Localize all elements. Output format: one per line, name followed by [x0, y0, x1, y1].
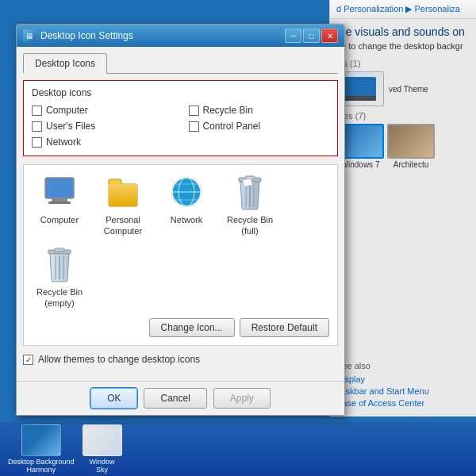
taskbar-label-window: WindowSky	[90, 458, 115, 474]
icon-item-recycle-empty[interactable]: Recycle Bin(empty)	[32, 245, 87, 309]
checkbox-network-input[interactable]	[32, 137, 42, 148]
dialog-title-left: 🖥 Desktop Icon Settings	[23, 29, 133, 42]
restore-default-button[interactable]: Restore Default	[240, 318, 329, 337]
personalization-panel: d Personalization ▶ Personaliza the visu…	[329, 0, 476, 389]
icon-action-buttons: Change Icon... Restore Default	[32, 313, 329, 337]
icon-item-personal[interactable]: PersonalComputer	[95, 173, 151, 237]
dialog-content: Desktop Icons Desktop icons Computer Rec…	[17, 47, 344, 381]
checkboxes-title: Desktop icons	[32, 87, 329, 98]
taskbar-item-desktop-bg[interactable]: Desktop BackgroundHarmony	[8, 424, 75, 474]
recycle-bin-full-icon	[231, 173, 269, 211]
checkbox-grid: Computer Recycle Bin User's Files Contro…	[32, 105, 329, 148]
svg-rect-20	[55, 248, 64, 251]
icon-img-computer	[40, 173, 79, 211]
ok-button[interactable]: OK	[90, 388, 137, 409]
svg-rect-6	[109, 184, 137, 206]
taskbar-thumb-window	[83, 424, 122, 456]
icons-grid: Computer	[32, 173, 329, 309]
checkbox-computer-label: Computer	[46, 105, 88, 116]
see-also-section: See also Display Taskbar and Start Menu …	[329, 355, 476, 416]
allow-themes-label: Allow themes to change desktop icons	[38, 354, 200, 365]
icon-img-network	[167, 173, 205, 211]
icon-img-recycle-empty	[40, 245, 79, 283]
icon-item-recycle-full[interactable]: Recycle Bin(full)	[222, 173, 278, 237]
icon-label-recycle-empty: Recycle Bin(empty)	[36, 286, 83, 309]
apply-button[interactable]: Apply	[213, 388, 271, 409]
saved-theme-label: ved Theme	[389, 85, 428, 94]
see-also-title: See also	[336, 361, 470, 370]
checkbox-network[interactable]: Network	[32, 136, 173, 148]
checkbox-recycle-bin[interactable]: Recycle Bin	[189, 105, 330, 116]
checkbox-users-files-label: User's Files	[46, 121, 95, 132]
svg-rect-3	[48, 202, 71, 204]
saved-theme-item[interactable]: ved Theme	[336, 71, 470, 106]
taskbar-label-desktop-bg: Desktop BackgroundHarmony	[8, 458, 75, 474]
tab-desktop-icons[interactable]: Desktop Icons	[23, 53, 107, 74]
panel-sub-text: ne to change the desktop backgr	[336, 41, 470, 51]
taskbar-item-window[interactable]: WindowSky	[83, 424, 122, 474]
maximize-button[interactable]: □	[303, 29, 320, 43]
theme-label-win7: Windows 7	[341, 160, 380, 169]
dialog-titlebar: 🖥 Desktop Icon Settings ─ □ ✕	[17, 25, 344, 47]
saved-label: ies (1)	[336, 59, 470, 68]
allow-themes-row[interactable]: Allow themes to change desktop icons	[23, 354, 338, 365]
dialog-title-text: Desktop Icon Settings	[40, 30, 133, 41]
taskbar: Desktop BackgroundHarmony WindowSky	[0, 422, 476, 476]
icon-label-network: Network	[171, 214, 202, 225]
checkbox-control-panel-input[interactable]	[189, 121, 199, 132]
checkbox-network-label: Network	[46, 136, 81, 148]
icon-label-personal: PersonalComputer	[104, 214, 142, 237]
personal-computer-icon	[104, 173, 142, 211]
checkbox-computer[interactable]: Computer	[32, 105, 173, 116]
theme-label-arch: Architectu	[393, 160, 428, 169]
dialog: 🖥 Desktop Icon Settings ─ □ ✕ Desktop Ic…	[16, 24, 345, 416]
svg-rect-2	[52, 198, 67, 202]
dialog-footer: OK Cancel Apply	[17, 381, 344, 415]
icon-label-computer: Computer	[40, 214, 79, 225]
checkbox-control-panel-label: Control Panel	[203, 121, 261, 132]
checkboxes-section: Desktop icons Computer Recycle Bin User'…	[23, 80, 338, 156]
computer-icon	[40, 173, 79, 211]
minimize-button[interactable]: ─	[285, 29, 301, 43]
dialog-icon: 🖥	[23, 29, 36, 42]
themes-label: mes (7)	[336, 111, 470, 121]
network-icon	[167, 173, 205, 211]
recycle-bin-empty-icon	[40, 245, 79, 283]
theme-thumb-arch	[387, 124, 435, 159]
checkbox-recycle-bin-label: Recycle Bin	[203, 105, 253, 116]
link-display[interactable]: Display	[336, 374, 470, 384]
breadcrumb: d Personalization ▶ Personaliza	[330, 0, 476, 19]
icons-section: Computer	[23, 164, 338, 346]
link-taskbar[interactable]: Taskbar and Start Menu	[336, 386, 470, 396]
tab-strip: Desktop Icons	[23, 53, 338, 74]
svg-rect-1	[46, 178, 73, 198]
allow-themes-checkbox[interactable]	[23, 355, 33, 365]
change-icon-button[interactable]: Change Icon...	[149, 318, 235, 337]
icon-img-personal	[104, 173, 142, 211]
checkbox-recycle-bin-input[interactable]	[189, 106, 199, 116]
icon-item-computer[interactable]: Computer	[32, 173, 87, 237]
taskbar-thumb-desktop-bg	[21, 424, 61, 456]
checkbox-control-panel[interactable]: Control Panel	[189, 121, 330, 132]
icon-img-recycle-full	[231, 173, 269, 211]
link-ease[interactable]: Ease of Access Center	[336, 398, 470, 408]
checkbox-computer-input[interactable]	[32, 106, 42, 116]
panel-main-text: the visuals and sounds on	[336, 25, 470, 38]
dialog-controls: ─ □ ✕	[285, 29, 338, 43]
icon-item-network[interactable]: Network	[159, 173, 214, 237]
theme-item-arch[interactable]: Architectu	[387, 124, 435, 169]
checkbox-users-files-input[interactable]	[32, 121, 42, 132]
themes-row: Windows 7 Architectu	[336, 124, 470, 169]
icon-label-recycle-full: Recycle Bin(full)	[227, 214, 273, 237]
cancel-button[interactable]: Cancel	[144, 388, 206, 409]
checkbox-users-files[interactable]: User's Files	[32, 121, 173, 132]
svg-rect-18	[243, 178, 251, 186]
close-button[interactable]: ✕	[321, 29, 338, 43]
